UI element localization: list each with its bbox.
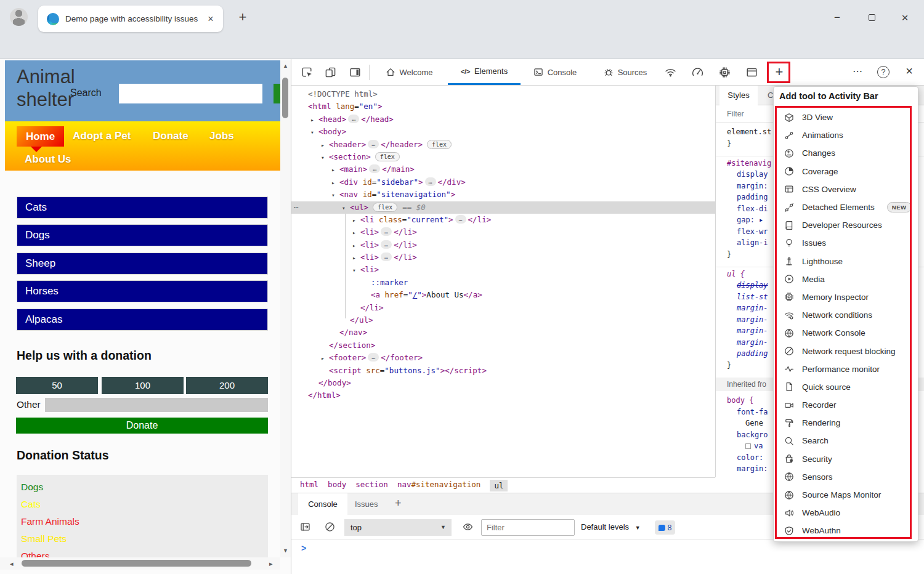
devtools-more-icon[interactable]: ⋯ — [853, 65, 862, 77]
search-input[interactable] — [119, 84, 262, 103]
amount-200-button[interactable]: 200 — [186, 377, 268, 394]
expand-arrow-icon[interactable]: ▾ — [331, 189, 339, 201]
dom-node-row[interactable]: </ul> — [291, 314, 715, 326]
menu-item-css-overview[interactable]: CSS Overview — [774, 180, 919, 198]
expand-arrow-icon[interactable]: ▸ — [321, 139, 329, 152]
nav-about[interactable]: About Us — [25, 153, 71, 166]
vertical-scroll-thumb[interactable] — [282, 78, 288, 118]
window-close-button[interactable]: × — [895, 9, 915, 27]
expand-arrow-icon[interactable]: ▸ — [331, 177, 339, 189]
drawer-tab-issues[interactable]: Issues — [355, 493, 378, 515]
expand-arrow-icon[interactable]: ▸ — [352, 240, 360, 252]
menu-item-webaudio[interactable]: WebAudio — [774, 504, 919, 522]
message-count-badge[interactable]: 8 — [655, 520, 675, 535]
device-emulation-icon[interactable] — [325, 67, 337, 79]
breadcrumb-item[interactable]: html — [300, 480, 318, 491]
browser-tab[interactable]: Demo page with accessibility issues × — [38, 6, 223, 32]
collapsed-content-icon[interactable]: … — [381, 253, 392, 261]
menu-item-rendering[interactable]: Rendering — [774, 414, 919, 432]
menu-item-webauthn[interactable]: WebAuthn — [774, 522, 919, 540]
dom-node-row[interactable]: ▸<div id="sidebar">…</div> — [291, 176, 715, 188]
tab-welcome[interactable]: Welcome — [376, 59, 442, 85]
sheep-button[interactable]: Sheep — [17, 253, 268, 275]
scroll-left-icon[interactable]: ◂ — [10, 560, 14, 568]
checkbox-icon[interactable] — [745, 443, 751, 449]
dom-node-row[interactable]: <script src="buttons.js"></script> — [291, 365, 715, 377]
breadcrumb-item[interactable]: section — [355, 480, 388, 491]
dom-node-row[interactable]: </body> — [291, 377, 715, 389]
eye-icon[interactable] — [463, 522, 473, 535]
menu-item-media[interactable]: Media — [774, 270, 919, 288]
menu-item-source-maps-monitor[interactable]: Source Maps Monitor — [774, 486, 919, 504]
amount-100-button[interactable]: 100 — [102, 377, 184, 394]
minimize-button[interactable]: − — [827, 9, 847, 27]
flex-badge[interactable]: flex — [375, 152, 400, 161]
flex-badge[interactable]: flex — [427, 140, 452, 149]
collapsed-content-icon[interactable]: … — [381, 227, 392, 236]
scroll-right-icon[interactable]: ▸ — [269, 560, 273, 568]
expand-arrow-icon[interactable]: ▾ — [321, 152, 329, 164]
expand-arrow-icon[interactable]: ▸ — [321, 352, 329, 365]
dom-node-row[interactable]: ▸<header>…</header>flex — [291, 139, 715, 151]
dock-side-icon[interactable] — [349, 67, 362, 79]
expand-arrow-icon[interactable]: ▾ — [310, 126, 318, 139]
horizontal-scroll-thumb[interactable] — [22, 560, 251, 567]
dom-node-row[interactable]: ▸<footer>…</footer> — [291, 352, 715, 364]
nav-jobs[interactable]: Jobs — [209, 130, 234, 142]
dom-node-row[interactable]: ▸<main>…</main> — [291, 163, 715, 176]
menu-item-changes[interactable]: Changes — [774, 144, 919, 162]
context-selector[interactable]: top ▼ — [344, 519, 452, 536]
cats-button[interactable]: Cats — [17, 196, 268, 219]
dom-node-row[interactable]: </nav> — [291, 326, 715, 339]
collapsed-content-icon[interactable]: … — [455, 215, 466, 224]
expand-arrow-icon[interactable]: ▸ — [352, 214, 360, 227]
dom-node-row[interactable]: ▾<li> — [291, 264, 715, 276]
collapsed-content-icon[interactable]: … — [381, 240, 392, 249]
dom-node-row[interactable]: ▸<li>…</li> — [291, 239, 715, 251]
page-horizontal-scrollbar[interactable]: ◂ ▸ — [0, 557, 280, 570]
collapsed-content-icon[interactable]: … — [348, 115, 359, 123]
breadcrumb-item[interactable]: body — [328, 480, 346, 491]
expand-arrow-icon[interactable]: ▾ — [342, 202, 350, 214]
menu-item-performance-monitor[interactable]: Performance monitor — [774, 360, 919, 378]
expand-arrow-icon[interactable]: ▸ — [352, 227, 360, 239]
tab-styles[interactable]: Styles — [719, 86, 758, 105]
other-amount-input[interactable] — [45, 398, 268, 412]
horses-button[interactable]: Horses — [17, 280, 268, 302]
dom-node-row[interactable]: ▸<head>…</head> — [291, 113, 715, 126]
collapsed-content-icon[interactable]: … — [425, 177, 436, 186]
drawer-add-tab-icon[interactable]: + — [395, 497, 402, 510]
dom-node-row[interactable]: ▸<li>…</li> — [291, 226, 715, 238]
console-filter-input[interactable] — [481, 519, 575, 536]
dom-node-row[interactable]: ⋯▾<ul>flex== $0 — [291, 201, 715, 214]
dom-node-row[interactable]: <html lang="en"> — [291, 100, 715, 113]
page-vertical-scrollbar[interactable]: ▲ ▼ — [280, 60, 291, 557]
menu-item-3d-view[interactable]: 3D View — [774, 108, 919, 126]
menu-item-memory-inspector[interactable]: Memory Inspector — [774, 288, 919, 306]
amount-50-button[interactable]: 50 — [16, 377, 98, 394]
dom-node-row[interactable]: ▾<body> — [291, 126, 715, 138]
dom-node-row[interactable]: ▸<li>…</li> — [291, 251, 715, 264]
dom-node-row[interactable]: ▾<nav id="sitenavigation"> — [291, 188, 715, 201]
nav-donate[interactable]: Donate — [153, 130, 188, 142]
tab-elements[interactable]: </> Elements — [448, 59, 521, 85]
maximize-button[interactable] — [862, 9, 881, 27]
expand-arrow-icon[interactable]: ▸ — [331, 164, 339, 176]
console-sidebar-icon[interactable] — [300, 522, 310, 535]
network-conditions-icon[interactable] — [665, 67, 677, 79]
menu-item-lighthouse[interactable]: Lighthouse — [774, 253, 919, 270]
nav-home[interactable]: Home — [17, 126, 64, 147]
dogs-button[interactable]: Dogs — [17, 224, 268, 246]
dom-node-row[interactable]: <a href="/">About Us</a> — [291, 289, 715, 301]
tab-close-icon[interactable]: × — [205, 14, 217, 25]
breadcrumb-item[interactable]: nav#sitenavigation — [397, 480, 480, 491]
donate-button[interactable]: Donate — [16, 418, 268, 434]
menu-item-animations[interactable]: Animations — [774, 126, 919, 144]
new-tab-button[interactable]: + — [234, 9, 251, 25]
menu-item-recorder[interactable]: Recorder — [774, 396, 919, 414]
flex-badge[interactable]: flex — [373, 203, 397, 212]
collapsed-content-icon[interactable]: … — [369, 164, 380, 173]
tab-computed-partial[interactable]: C — [768, 86, 773, 105]
tab-console[interactable]: Console — [527, 59, 583, 85]
menu-item-quick-source[interactable]: Quick source — [774, 378, 919, 396]
